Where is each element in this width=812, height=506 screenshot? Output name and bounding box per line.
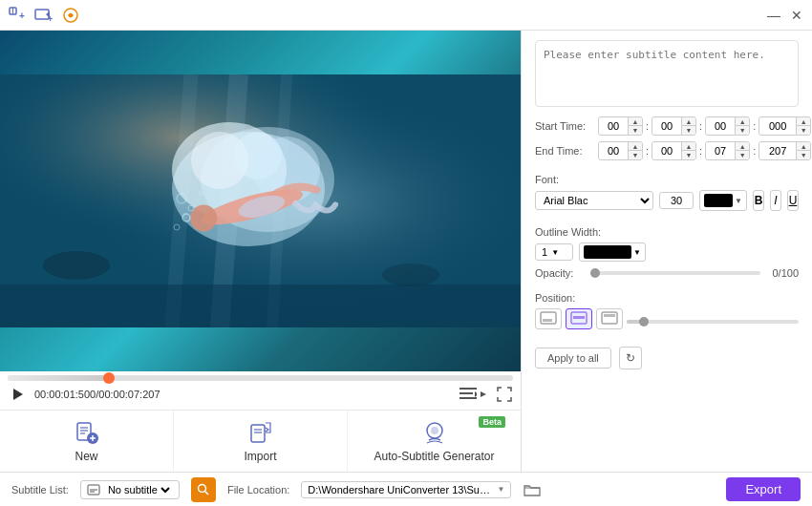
opacity-thumb[interactable]	[590, 268, 600, 278]
end-ms-input[interactable]	[759, 143, 796, 158]
end-hour-input[interactable]	[599, 143, 628, 158]
progress-thumb[interactable]	[103, 372, 115, 384]
opacity-slider[interactable]	[595, 271, 760, 275]
end-sec-up[interactable]: ▲	[736, 142, 749, 151]
video-area[interactable]	[0, 31, 521, 371]
start-min-spinners: ▲ ▼	[681, 117, 695, 135]
svg-marker-30	[481, 391, 486, 397]
end-ms-up[interactable]: ▲	[797, 142, 810, 151]
import-button[interactable]: Import	[174, 411, 348, 472]
end-time-row: End Time: ▲ ▼ : ▲ ▼ :	[535, 141, 799, 160]
apply-all-button[interactable]: Apply to all	[535, 348, 611, 369]
position-buttons	[535, 308, 623, 329]
autosub-button[interactable]: Beta Auto-Subtitle Generator	[348, 411, 521, 472]
svg-rect-23	[0, 285, 521, 327]
play-button[interactable]	[8, 385, 27, 404]
start-min-input[interactable]	[652, 118, 681, 134]
start-ms-field: ▲ ▼	[759, 116, 811, 136]
time-display: 00:00:01:500/00:00:07:207	[34, 389, 160, 400]
svg-rect-38	[251, 425, 265, 442]
font-size-input[interactable]	[659, 192, 694, 209]
end-min-spinners: ▲ ▼	[681, 142, 695, 159]
new-button[interactable]: New	[0, 411, 174, 472]
svg-rect-28	[459, 392, 473, 394]
start-sec-down[interactable]: ▼	[736, 126, 749, 135]
start-ms-down[interactable]: ▼	[797, 126, 810, 135]
start-time-label: Start Time:	[535, 120, 592, 132]
subtitle-dropdown[interactable]: No subtitle	[80, 480, 180, 499]
end-sec-input[interactable]	[706, 143, 735, 158]
pos-top-left[interactable]	[535, 308, 562, 329]
subtitle-input[interactable]	[535, 40, 799, 107]
title-bar-controls: — ✕	[766, 8, 804, 23]
end-min-field: ▲ ▼	[652, 141, 696, 160]
fullscreen-button[interactable]	[496, 386, 513, 403]
controls-right	[459, 386, 513, 403]
pos-center[interactable]	[566, 308, 592, 329]
app-icon-1[interactable]: +	[8, 6, 27, 25]
bold-button[interactable]: B	[753, 190, 764, 211]
svg-marker-26	[13, 389, 23, 400]
position-row	[535, 308, 799, 335]
end-sec-field: ▲ ▼	[705, 141, 750, 160]
outline-value: 1	[542, 246, 547, 258]
end-time-inputs: ▲ ▼ : ▲ ▼ : ▲ ▼	[598, 141, 811, 160]
pos-bottom[interactable]	[596, 308, 623, 329]
start-hour-input[interactable]	[599, 118, 628, 134]
refresh-button[interactable]: ↻	[619, 347, 642, 369]
export-button[interactable]: Export	[726, 477, 801, 501]
svg-rect-46	[573, 316, 585, 319]
position-label: Position:	[535, 292, 799, 304]
underline-button[interactable]: U	[787, 190, 799, 211]
start-ms-input[interactable]	[759, 118, 796, 134]
file-location-label: File Location:	[227, 484, 289, 495]
folder-button[interactable]	[523, 480, 542, 499]
start-sec-up[interactable]: ▲	[736, 117, 749, 126]
bottom-bar: Subtitle List: No subtitle File Location…	[0, 472, 812, 506]
start-min-field: ▲ ▼	[652, 116, 696, 136]
start-sec-field: ▲ ▼	[705, 116, 750, 136]
end-hour-spinners: ▲ ▼	[628, 142, 642, 159]
color-dropdown-arrow: ▼	[735, 197, 742, 205]
start-ms-up[interactable]: ▲	[797, 117, 810, 126]
svg-point-52	[198, 484, 205, 492]
search-subtitle-button[interactable]	[191, 477, 216, 502]
close-button[interactable]: ✕	[789, 8, 804, 23]
position-slider[interactable]	[627, 320, 799, 324]
font-family-select[interactable]: Arial Blac Arial Times New Roman	[535, 191, 653, 210]
outline-color-picker[interactable]: ▼	[579, 242, 646, 262]
minimize-button[interactable]: —	[766, 8, 781, 23]
app-icon-2[interactable]: +	[34, 6, 53, 25]
svg-point-42	[431, 427, 438, 434]
start-sec-input[interactable]	[706, 118, 735, 134]
file-path-text: D:\Wondershare UniConverter 13\SubEdite	[308, 484, 493, 495]
speed-button[interactable]	[459, 388, 488, 401]
start-min-down[interactable]: ▼	[682, 126, 695, 135]
autosub-label: Auto-Subtitle Generator	[374, 450, 494, 463]
font-color-picker[interactable]: ▼	[699, 190, 747, 211]
autosub-icon	[421, 419, 448, 446]
end-min-up[interactable]: ▲	[682, 142, 695, 151]
end-ms-down[interactable]: ▼	[797, 151, 810, 159]
position-thumb[interactable]	[639, 317, 649, 327]
end-min-input[interactable]	[652, 143, 681, 158]
svg-rect-27	[459, 388, 477, 390]
end-hour-down[interactable]: ▼	[629, 151, 642, 159]
app-icon-3[interactable]	[61, 6, 80, 25]
subtitle-select[interactable]: No subtitle	[104, 483, 173, 496]
start-hour-down[interactable]: ▼	[629, 126, 642, 135]
end-time-label: End Time:	[535, 145, 592, 157]
opacity-value: 0/100	[768, 267, 799, 279]
start-min-up[interactable]: ▲	[682, 117, 695, 126]
italic-button[interactable]: I	[770, 190, 781, 211]
video-controls: 00:00:01:500/00:00:07:207	[0, 371, 521, 410]
end-sec-down[interactable]: ▼	[736, 151, 749, 159]
progress-bar[interactable]	[8, 375, 513, 381]
end-hour-up[interactable]: ▲	[629, 142, 642, 151]
outline-select[interactable]: 1 ▼	[535, 243, 573, 261]
opacity-label: Opacity:	[535, 267, 588, 279]
start-hour-up[interactable]: ▲	[629, 117, 642, 126]
end-min-down[interactable]: ▼	[682, 151, 695, 159]
svg-rect-29	[459, 397, 477, 399]
left-panel: 00:00:01:500/00:00:07:207	[0, 31, 521, 472]
